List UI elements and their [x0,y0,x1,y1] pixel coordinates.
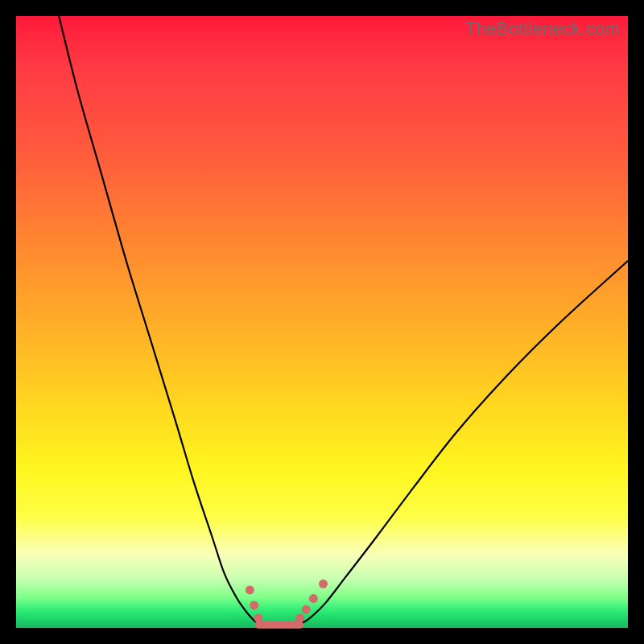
curve-left [59,16,258,624]
marker-dot [295,613,304,622]
marker-dot [309,594,318,603]
marker-dot [254,613,262,622]
chart-svg [16,16,628,628]
plot-area: TheBottleneck.com [16,16,628,628]
marker-dots [246,580,328,623]
marker-dot [250,601,258,609]
outer-frame: TheBottleneck.com [0,0,644,644]
marker-dot [246,585,254,594]
curve-right [300,261,628,624]
marker-dot [302,605,311,614]
marker-dot [319,580,328,588]
